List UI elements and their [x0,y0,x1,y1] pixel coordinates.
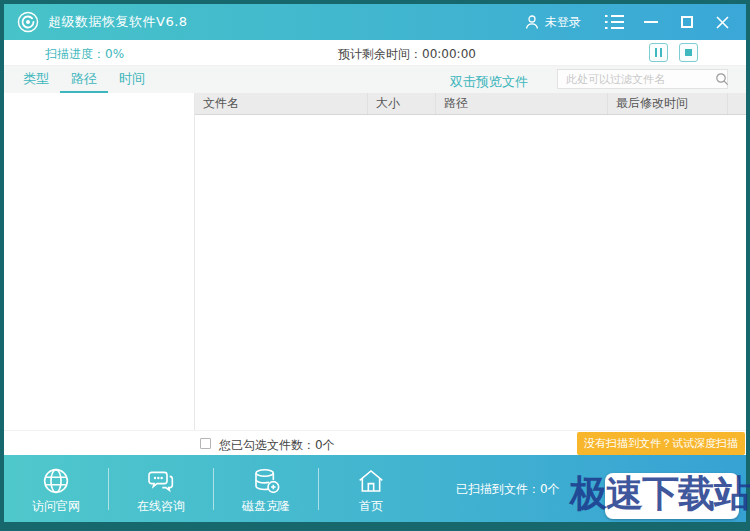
disk-clone-icon [250,465,282,497]
window-title: 超级数据恢复软件V6.8 [48,13,188,31]
preview-hint: 双击预览文件 [450,73,528,91]
recover-button[interactable] [605,473,739,519]
column-header-extra [727,93,746,114]
footer-item-website[interactable]: 访问官网 [4,463,108,515]
footer-item-disk-clone[interactable]: 磁盘克隆 [214,463,318,515]
column-header-filename: 文件名 [195,93,367,114]
file-table: 文件名 大小 路径 最后修改时间 [195,93,746,430]
file-table-body [195,115,746,430]
footer-item-label: 在线咨询 [137,498,185,515]
menu-icon[interactable] [603,11,625,33]
footer-item-consult[interactable]: 在线咨询 [109,463,213,515]
path-tree-panel [4,93,195,430]
main-content: 文件名 大小 路径 最后修改时间 [4,93,746,430]
app-window: 超级数据恢复软件V6.8 未登录 [0,0,750,531]
globe-icon [40,465,72,497]
stop-button[interactable] [679,43,698,62]
select-all-checkbox[interactable] [200,438,211,449]
footer-item-label: 磁盘克隆 [242,498,290,515]
column-header-size: 大小 [367,93,435,114]
eta-label: 预计剩余时间：00:00:00 [338,46,476,63]
chat-icon [145,465,177,497]
footer-item-label: 访问官网 [32,498,80,515]
column-header-modified: 最后修改时间 [607,93,727,114]
home-icon [355,465,387,497]
tab-time[interactable]: 时间 [108,66,156,93]
login-label: 未登录 [545,14,581,31]
close-button[interactable] [711,11,733,33]
footer-bar: 访问官网 在线咨询 [4,455,746,522]
scanned-count-label: 已扫描到文件：0个 [456,481,560,498]
tab-path[interactable]: 路径 [60,66,108,93]
footer-item-label: 首页 [359,498,383,515]
filename-filter-input[interactable] [558,73,715,86]
tab-bar: 类型 路径 时间 双击预览文件 [4,66,746,93]
file-table-header: 文件名 大小 路径 最后修改时间 [195,93,746,115]
footer-item-home[interactable]: 首页 [319,463,423,515]
app-logo-icon [17,11,39,33]
titlebar: 超级数据恢复软件V6.8 未登录 [4,4,746,40]
minimize-button[interactable] [640,11,662,33]
scan-progress-label: 扫描进度：0% [45,46,124,63]
filename-filter-box [557,69,728,89]
selected-count-label: 您已勾选文件数：0个 [219,437,335,454]
stop-icon [685,49,692,56]
tab-type[interactable]: 类型 [12,66,60,93]
pause-button[interactable] [649,43,668,62]
deep-scan-button[interactable]: 没有扫描到文件？试试深度扫描 [577,432,745,455]
column-header-path: 路径 [435,93,607,114]
selection-bar: 您已勾选文件数：0个 没有扫描到文件？试试深度扫描 [4,430,746,455]
scan-status-bar: 扫描进度：0% 预计剩余时间：00:00:00 [4,40,746,66]
maximize-button[interactable] [676,11,698,33]
login-button[interactable]: 未登录 [519,14,581,31]
pause-icon [655,48,662,57]
user-icon [524,14,540,30]
search-icon [715,72,729,86]
